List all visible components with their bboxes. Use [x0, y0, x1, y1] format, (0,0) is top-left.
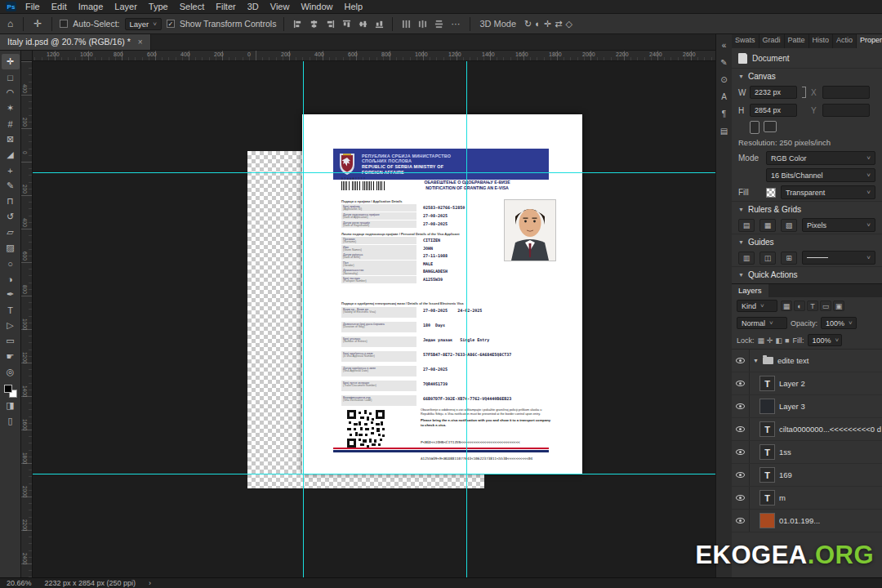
- healing-brush-tool[interactable]: +: [2, 163, 20, 178]
- foreground-color-swatch[interactable]: [4, 385, 12, 393]
- canvas-section-header[interactable]: ▼ Canvas: [732, 68, 882, 83]
- color-mode-select[interactable]: RGB Color: [766, 151, 875, 165]
- layer-visibility-cell[interactable]: [732, 510, 750, 532]
- panel-tab-properties[interactable]: Properties: [857, 34, 882, 48]
- 3d-pan-icon[interactable]: ✛: [542, 19, 553, 29]
- layer-fill-field[interactable]: 100%: [808, 334, 842, 346]
- layer-name[interactable]: edite text: [777, 356, 809, 365]
- 3d-slide-icon[interactable]: ⇄: [553, 19, 564, 29]
- layer-visibility-cell[interactable]: [732, 441, 750, 463]
- lock-pixels-icon[interactable]: ✛: [767, 336, 773, 345]
- layer-visibility-cell[interactable]: [732, 350, 750, 372]
- orientation-portrait-icon[interactable]: [750, 121, 760, 134]
- canvas-width-field[interactable]: 2232 px: [750, 86, 797, 99]
- eye-icon[interactable]: [736, 472, 745, 478]
- guide-vertical-1[interactable]: [303, 61, 304, 577]
- clone-source-panel-icon[interactable]: ⊙: [717, 71, 732, 88]
- layer-visibility-cell[interactable]: [732, 418, 750, 440]
- menu-layer[interactable]: Layer: [109, 2, 143, 11]
- frame-tool[interactable]: ⊠: [2, 131, 20, 147]
- home-icon[interactable]: ⌂: [5, 18, 16, 29]
- guides-section-header[interactable]: ▼ Guides: [732, 234, 882, 249]
- vertical-ruler[interactable]: 4002000200400600800100012001400160018002…: [21, 61, 33, 577]
- toggle-grid-icon[interactable]: ▦: [760, 219, 776, 232]
- panel-tab-actio[interactable]: Actio: [833, 34, 857, 48]
- layer-name[interactable]: Layer 2: [779, 379, 805, 388]
- pen-tool[interactable]: ✒: [2, 287, 20, 302]
- layer-row[interactable]: TLayer 2: [732, 372, 882, 395]
- align-horizontal-centers-icon[interactable]: [308, 18, 319, 29]
- panel-tab-swats[interactable]: Swats: [732, 34, 760, 48]
- menu-select[interactable]: Select: [174, 2, 211, 11]
- show-transform-controls-checkbox[interactable]: ✓: [167, 20, 175, 28]
- crop-tool[interactable]: #: [2, 116, 20, 131]
- blend-mode-select[interactable]: Normal: [737, 317, 787, 329]
- lock-transparency-icon[interactable]: ▦: [758, 336, 765, 345]
- auto-select-checkbox[interactable]: [60, 20, 68, 28]
- filter-adjustment-layers-icon[interactable]: ◐: [794, 301, 805, 311]
- align-vertical-centers-icon[interactable]: [357, 18, 368, 29]
- lock-position-icon[interactable]: ◧: [776, 336, 783, 345]
- eye-icon[interactable]: [736, 381, 745, 386]
- eyedropper-tool[interactable]: ◢: [2, 147, 20, 163]
- quick-mask-icon[interactable]: ◨: [2, 398, 20, 413]
- tab-layers[interactable]: Layers: [732, 284, 768, 297]
- panel-tab-histo[interactable]: Histo: [809, 34, 834, 48]
- canvas-fill-select[interactable]: Transparent: [781, 185, 875, 199]
- orientation-landscape-icon[interactable]: [764, 121, 777, 132]
- grid-settings-icon[interactable]: ▧: [781, 219, 797, 232]
- brush-tool[interactable]: ✎: [2, 178, 20, 194]
- menu-window[interactable]: Window: [295, 2, 338, 11]
- align-bottom-edges-icon[interactable]: [373, 18, 385, 29]
- zoom-tool[interactable]: ◎: [2, 364, 20, 380]
- eye-icon[interactable]: [736, 426, 745, 432]
- zoom-level[interactable]: 20.66%: [7, 579, 32, 587]
- eye-icon[interactable]: [736, 403, 745, 409]
- layer-visibility-cell[interactable]: [732, 395, 750, 417]
- menu-view[interactable]: View: [265, 2, 296, 11]
- eye-icon[interactable]: [736, 495, 745, 501]
- panel-tab-gradi[interactable]: Gradi: [760, 34, 785, 48]
- layer-visibility-cell[interactable]: [732, 464, 750, 486]
- lasso-tool[interactable]: ◠: [2, 85, 20, 100]
- status-chevron-icon[interactable]: ›: [149, 579, 151, 587]
- eye-icon[interactable]: [736, 358, 745, 363]
- rulers-grids-section-header[interactable]: ▼ Rulers & Grids: [732, 201, 882, 216]
- document-tab[interactable]: Italy id.psd @ 20.7% (RGB/16) * ×: [0, 33, 151, 50]
- guide-horizontal-1[interactable]: [33, 172, 715, 173]
- canvas-area[interactable]: РЕПУБЛИКА СРБИЈА МИНИСТАРСТВО СПОЉНИХ ПО…: [33, 61, 715, 577]
- gradient-tool[interactable]: ▨: [2, 240, 20, 256]
- shape-tool[interactable]: ▭: [2, 333, 20, 349]
- move-tool[interactable]: ✛: [2, 54, 20, 69]
- guide-vertical-2[interactable]: [466, 61, 467, 577]
- layer-row[interactable]: T169: [732, 464, 882, 487]
- menu-file[interactable]: File: [20, 2, 46, 11]
- collapse-panels-icon[interactable]: «: [717, 37, 732, 54]
- foreground-background-swatches[interactable]: [4, 385, 17, 398]
- panel-tab-patte[interactable]: Patte: [785, 34, 809, 48]
- quick-selection-tool[interactable]: ✶: [2, 100, 20, 116]
- distribute-left-edges-icon[interactable]: [400, 18, 412, 29]
- layer-row[interactable]: Tcilta0000000...<<<<<<<<<0 d: [732, 418, 882, 441]
- menu-type[interactable]: Type: [143, 2, 174, 11]
- clear-guides-icon[interactable]: ⊞: [781, 252, 797, 265]
- filter-pixel-layers-icon[interactable]: ▦: [781, 301, 792, 311]
- layer-visibility-cell[interactable]: [732, 487, 750, 509]
- lock-guides-icon[interactable]: ◫: [760, 252, 776, 265]
- move-tool-preset-icon[interactable]: ✛: [31, 18, 44, 29]
- screen-mode-icon[interactable]: ▯: [2, 413, 20, 429]
- filter-shape-layers-icon[interactable]: ▭: [820, 301, 831, 311]
- menu-help[interactable]: Help: [339, 2, 369, 11]
- close-tab-icon[interactable]: ×: [138, 38, 143, 47]
- paragraph-panel-icon[interactable]: ¶: [717, 105, 732, 122]
- layer-row[interactable]: Layer 3: [732, 395, 882, 418]
- brushes-panel-icon[interactable]: ✎: [717, 54, 732, 71]
- layer-name[interactable]: 169: [779, 470, 792, 479]
- opacity-field[interactable]: 100%: [821, 317, 857, 329]
- eraser-tool[interactable]: ▱: [2, 225, 20, 240]
- clone-stamp-tool[interactable]: ⊓: [2, 194, 20, 209]
- group-expand-icon[interactable]: ▼: [753, 358, 759, 363]
- ruler-units-select[interactable]: Pixels: [802, 218, 875, 232]
- 3d-rotate-icon[interactable]: ↻: [523, 19, 533, 29]
- filter-smart-objects-icon[interactable]: ▣: [833, 301, 844, 311]
